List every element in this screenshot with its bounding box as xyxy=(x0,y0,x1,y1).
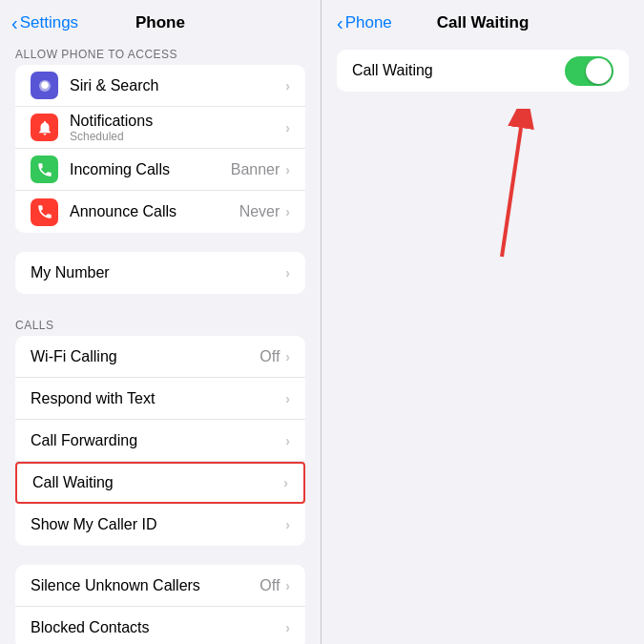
incoming-calls-value: Banner xyxy=(231,161,280,178)
call-waiting-label: Call Waiting xyxy=(32,474,283,491)
arrow-annotation xyxy=(322,99,644,290)
wifi-calling-label: Wi-Fi Calling xyxy=(31,348,260,365)
siri-icon xyxy=(31,72,58,99)
right-back-label: Phone xyxy=(345,13,392,32)
my-number-label: My Number xyxy=(31,264,285,281)
blocked-contacts-row[interactable]: Blocked Contacts › xyxy=(15,607,305,644)
left-nav-title: Phone xyxy=(135,13,185,32)
announce-calls-row[interactable]: Announce Calls Never › xyxy=(15,191,305,233)
silence-blocked-group: Silence Unknown Callers Off › Blocked Co… xyxy=(15,565,305,644)
call-waiting-toggle[interactable] xyxy=(565,56,613,86)
silence-unknown-value: Off xyxy=(260,577,280,594)
red-arrow-svg xyxy=(426,109,540,261)
wifi-calling-chevron-icon: › xyxy=(285,349,290,364)
call-forwarding-chevron-icon: › xyxy=(285,433,290,448)
incoming-calls-chevron-icon: › xyxy=(285,162,290,177)
toggle-knob xyxy=(586,58,612,84)
call-waiting-row[interactable]: Call Waiting › xyxy=(15,462,305,504)
silence-unknown-row[interactable]: Silence Unknown Callers Off › xyxy=(15,565,305,607)
announce-calls-icon xyxy=(31,198,58,226)
left-back-label: Settings xyxy=(20,13,78,32)
svg-line-2 xyxy=(502,128,521,257)
left-back-chevron-icon: ‹ xyxy=(11,12,18,34)
siri-label: Siri & Search xyxy=(70,77,285,94)
notifications-label: Notifications xyxy=(70,113,285,130)
call-waiting-toggle-group: Call Waiting xyxy=(337,50,629,92)
silence-unknown-label: Silence Unknown Callers xyxy=(31,577,260,594)
announce-calls-chevron-icon: › xyxy=(285,204,290,219)
section2-label: CALLS xyxy=(0,313,321,336)
show-caller-id-row[interactable]: Show My Caller ID › xyxy=(15,504,305,546)
call-forwarding-label: Call Forwarding xyxy=(31,432,285,449)
notifications-sublabel: Scheduled xyxy=(70,130,285,143)
right-panel: ‹ Phone Call Waiting Call Waiting xyxy=(322,0,644,644)
respond-text-row[interactable]: Respond with Text › xyxy=(15,378,305,420)
notifications-icon xyxy=(31,114,58,141)
right-nav-bar: ‹ Phone Call Waiting xyxy=(322,0,644,42)
wifi-calling-row[interactable]: Wi-Fi Calling Off › xyxy=(15,336,305,378)
section1-label: ALLOW PHONE TO ACCESS xyxy=(0,42,321,65)
announce-calls-value: Never xyxy=(239,203,280,220)
right-back-button[interactable]: ‹ Phone xyxy=(337,12,392,34)
respond-text-chevron-icon: › xyxy=(285,391,290,406)
call-waiting-chevron-icon: › xyxy=(283,475,288,490)
incoming-calls-row[interactable]: Incoming Calls Banner › xyxy=(15,149,305,191)
show-caller-id-chevron-icon: › xyxy=(285,517,290,532)
allow-phone-group: Siri & Search › Notifications Scheduled … xyxy=(15,65,305,233)
incoming-calls-label: Incoming Calls xyxy=(70,161,231,178)
announce-calls-label: Announce Calls xyxy=(70,203,239,220)
my-number-chevron-icon: › xyxy=(285,265,290,280)
left-panel: ‹ Settings Phone ALLOW PHONE TO ACCESS S… xyxy=(0,0,322,644)
right-nav-title: Call Waiting xyxy=(437,13,530,32)
call-waiting-toggle-row[interactable]: Call Waiting xyxy=(337,50,629,92)
calls-group: Wi-Fi Calling Off › Respond with Text › … xyxy=(15,336,305,546)
blocked-contacts-chevron-icon: › xyxy=(285,620,290,635)
left-back-button[interactable]: ‹ Settings xyxy=(11,12,78,34)
call-forwarding-row[interactable]: Call Forwarding › xyxy=(15,420,305,462)
siri-row[interactable]: Siri & Search › xyxy=(15,65,305,107)
notifications-row[interactable]: Notifications Scheduled › xyxy=(15,107,305,149)
silence-unknown-chevron-icon: › xyxy=(285,578,290,593)
incoming-calls-icon xyxy=(31,156,58,183)
show-caller-id-label: Show My Caller ID xyxy=(31,516,285,533)
siri-chevron-icon: › xyxy=(285,78,290,93)
respond-text-label: Respond with Text xyxy=(31,390,285,407)
left-nav-bar: ‹ Settings Phone xyxy=(0,0,321,42)
wifi-calling-value: Off xyxy=(260,348,280,365)
my-number-row[interactable]: My Number › xyxy=(15,252,305,294)
notifications-chevron-icon: › xyxy=(285,120,290,135)
my-number-group: My Number › xyxy=(15,252,305,294)
blocked-contacts-label: Blocked Contacts xyxy=(31,619,285,636)
call-waiting-toggle-label: Call Waiting xyxy=(352,62,565,79)
right-back-chevron-icon: ‹ xyxy=(337,12,343,34)
